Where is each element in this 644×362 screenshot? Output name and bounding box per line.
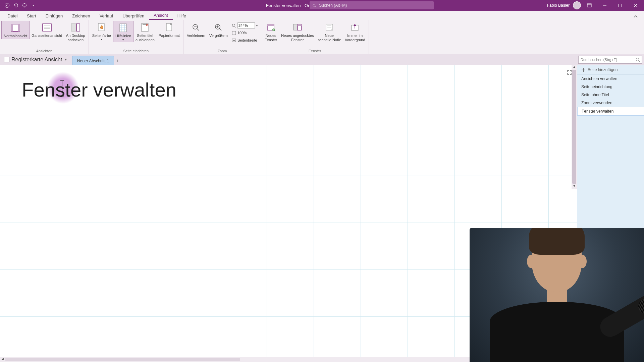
chevron-down-icon: ▼ (64, 58, 67, 61)
svg-point-4 (313, 4, 315, 6)
page-color-icon (96, 22, 107, 33)
svg-rect-52 (298, 24, 302, 26)
touch-mode-icon[interactable] (21, 2, 28, 8)
zoom-100-button[interactable]: 100% (232, 29, 258, 36)
section-tab[interactable]: Neuer Abschnitt 1 (72, 56, 114, 65)
immer-im-vordergrund-button[interactable]: Immer im Vordergrund (343, 21, 367, 43)
close-button[interactable] (629, 0, 643, 11)
tab-ansicht[interactable]: Ansicht (149, 11, 173, 20)
seitenfarbe-button[interactable]: Seitenfarbe ▾ (90, 21, 113, 42)
svg-line-41 (234, 26, 236, 27)
fullpage-view-icon (42, 22, 52, 33)
tab-zeichnen[interactable]: Zeichnen (67, 12, 95, 20)
tab-hilfe[interactable]: Hilfe (173, 12, 191, 20)
add-page-button[interactable]: Seite hinzufügen (577, 65, 644, 75)
scroll-left-icon[interactable]: ◀ (0, 357, 5, 362)
group-label-seite: Seite einrichten (123, 48, 149, 54)
ribbon-group-ansichten: Normalansicht Ganzseitenansicht An Deskt… (0, 20, 89, 54)
page-item-4[interactable]: Fenster verwalten (577, 107, 644, 116)
zoom-options: ▾ 100% Seitenbreite (230, 21, 260, 45)
tab-verlauf[interactable]: Verlauf (95, 12, 118, 20)
navigation-search[interactable] (578, 56, 642, 64)
page-title[interactable]: Fenster verwalten (22, 78, 257, 101)
neues-angedocktes-fenster-button[interactable]: Neues angedocktes Fenster (279, 21, 316, 43)
svg-line-39 (219, 28, 221, 31)
hide-title-icon (140, 22, 150, 33)
dock-desktop-icon (70, 22, 81, 33)
scroll-thumb[interactable] (572, 70, 576, 184)
tab-start[interactable]: Start (22, 12, 41, 20)
search-icon (636, 58, 640, 62)
verkleinern-button[interactable]: Verkleinern (185, 21, 207, 39)
ribbon-group-seite: Seitenfarbe ▾ Hilfslinien ▾ Seitentitel … (89, 20, 183, 54)
presenter-figure (490, 228, 624, 362)
back-icon[interactable] (4, 2, 10, 8)
quick-note-icon (324, 22, 335, 33)
page-title-container[interactable]: Fenster verwalten (22, 78, 257, 105)
webcam-overlay (470, 228, 644, 362)
nav-search-input[interactable] (581, 58, 636, 62)
svg-rect-46 (267, 24, 274, 26)
zoom-pagewidth-button[interactable]: Seitenbreite (232, 37, 258, 44)
collapse-ribbon-icon[interactable] (631, 14, 640, 20)
page-item-2[interactable]: Seite ohne Titel (577, 91, 644, 99)
minimize-button[interactable] (598, 0, 612, 11)
seitentitel-ausblenden-button[interactable]: Seitentitel ausblenden (133, 21, 157, 43)
an-desktop-andocken-button[interactable]: An Desktop andocken (64, 21, 87, 43)
maximize-button[interactable] (613, 0, 627, 11)
normalansicht-button[interactable]: Normalansicht (1, 21, 30, 39)
tab-datei[interactable]: Datei (3, 12, 22, 20)
zoom-100-icon (232, 31, 236, 35)
notebook-name-label: Registerkarte Ansicht (11, 57, 62, 63)
hilfslinien-button[interactable]: Hilfslinien ▾ (113, 21, 133, 42)
title-underline (22, 105, 257, 105)
neue-schnelle-notiz-button[interactable]: Neue schnelle Notiz (316, 21, 343, 43)
always-on-top-icon (350, 22, 360, 33)
page-item-0[interactable]: Ansichten verwalten (577, 75, 644, 83)
scroll-up-icon[interactable]: ▲ (572, 65, 577, 70)
zoom-value-row[interactable]: ▾ (232, 22, 258, 29)
svg-line-35 (197, 28, 199, 31)
ganzseitenansicht-button[interactable]: Ganzseitenansicht (30, 21, 64, 39)
doc-title: Fenster verwalten (266, 3, 301, 8)
menu-bar: Datei Start Einfügen Zeichnen Verlauf Üb… (0, 11, 644, 20)
svg-rect-9 (619, 4, 622, 7)
page-item-3[interactable]: Zoom verwenden (577, 99, 644, 107)
hscroll-track[interactable] (5, 358, 240, 361)
new-window-icon (266, 22, 276, 33)
svg-rect-13 (11, 24, 13, 32)
search-icon (312, 3, 316, 8)
qat-customize-icon[interactable]: ▾ (30, 2, 36, 8)
search-box[interactable] (310, 1, 434, 9)
user-avatar[interactable] (573, 1, 581, 9)
page-item-1[interactable]: Seiteneinrichtung (577, 83, 644, 91)
guidelines-icon (118, 22, 128, 33)
ribbon-group-fenster: Neues Fenster Neues angedocktes Fenster … (261, 20, 369, 54)
group-label-zoom: Zoom (217, 48, 227, 54)
tab-ueberpruefen[interactable]: Überprüfen (118, 12, 149, 20)
add-section-button[interactable]: + (114, 56, 121, 65)
zoom-value-icon (232, 23, 236, 28)
papierformat-button[interactable]: Papierformat (157, 21, 182, 39)
notebook-dropdown[interactable]: Registerkarte Ansicht ▼ (0, 54, 72, 65)
zoom-input[interactable] (237, 22, 255, 28)
search-input[interactable] (319, 3, 431, 8)
vergroessern-button[interactable]: Vergrößern (207, 21, 230, 39)
svg-rect-14 (18, 24, 20, 32)
svg-point-3 (25, 5, 25, 5)
vertical-scrollbar[interactable]: ▲ ▼ (572, 65, 577, 189)
docked-window-icon (292, 22, 303, 33)
page-width-icon (232, 38, 236, 43)
quick-access-toolbar: ▾ (0, 2, 36, 8)
svg-point-1 (23, 4, 26, 7)
scroll-down-icon[interactable]: ▼ (572, 184, 577, 189)
svg-line-59 (638, 60, 640, 62)
undo-icon[interactable] (13, 2, 19, 8)
notebook-bar: Registerkarte Ansicht ▼ Neuer Abschnitt … (0, 54, 644, 65)
tab-einfuegen[interactable]: Einfügen (41, 12, 67, 20)
ribbon-display-icon[interactable] (582, 0, 596, 11)
ribbon: Normalansicht Ganzseitenansicht An Deskt… (0, 20, 644, 54)
user-name[interactable]: Fabio Basler (547, 3, 570, 8)
neues-fenster-button[interactable]: Neues Fenster (263, 21, 279, 43)
svg-line-5 (315, 6, 316, 7)
